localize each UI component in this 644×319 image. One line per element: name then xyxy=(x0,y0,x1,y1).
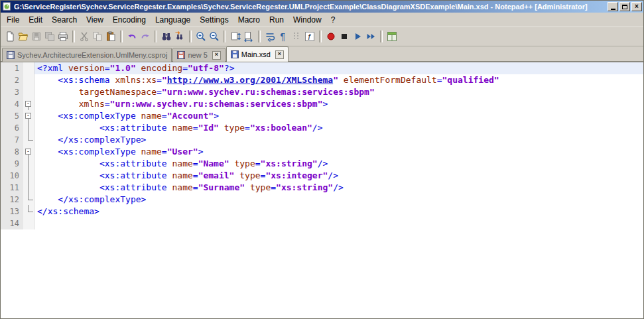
macro-stop-icon[interactable] xyxy=(338,31,350,42)
macro-play-icon[interactable] xyxy=(352,31,363,42)
menu-item-run[interactable]: Run xyxy=(265,13,289,27)
menu-item-help[interactable]: ? xyxy=(326,13,340,27)
code-line-1: 1<?xml version="1.0" encoding="utf-8"?> xyxy=(1,62,643,74)
show-indent-guide-icon[interactable] xyxy=(290,31,302,42)
menu-item-settings[interactable]: Settings xyxy=(195,13,233,27)
paste-icon[interactable] xyxy=(105,31,117,42)
line-number[interactable]: 8 xyxy=(1,146,23,158)
toolbar-separator xyxy=(258,31,261,42)
line-number[interactable]: 2 xyxy=(1,74,23,86)
code-text[interactable]: </xs:complexType> xyxy=(34,194,643,206)
copy-icon[interactable] xyxy=(92,31,103,42)
code-text[interactable]: targetNamespace="urn:www.sychev.ru:schem… xyxy=(34,86,643,98)
menu-item-language[interactable]: Language xyxy=(151,13,195,27)
tab-close-icon[interactable]: × xyxy=(212,51,221,60)
line-number[interactable]: 13 xyxy=(1,206,23,218)
replace-icon[interactable] xyxy=(174,31,186,42)
sync-vertical-icon[interactable] xyxy=(229,31,241,42)
line-number[interactable]: 9 xyxy=(1,158,23,170)
code-text[interactable]: <xs:complexType name="User"> xyxy=(34,146,643,158)
find-icon[interactable] xyxy=(161,31,172,42)
zoom-in-icon[interactable] xyxy=(195,31,207,42)
line-number[interactable]: 14 xyxy=(1,218,23,229)
menu-bar: FileEditSearchViewEncodingLanguageSettin… xyxy=(1,13,643,27)
window-title: G:\ServiceRegister\Sychev.ServiceRegeste… xyxy=(14,3,605,11)
code-text[interactable]: xmlns="urn:www.sychev.ru:schemas:service… xyxy=(34,98,643,110)
code-text[interactable]: <xs:attribute name="Surname" type="xs:st… xyxy=(34,182,643,194)
close-button[interactable]: × xyxy=(631,2,642,11)
menu-item-edit[interactable]: Edit xyxy=(24,13,47,27)
save-all-icon[interactable] xyxy=(44,31,56,42)
line-number[interactable]: 7 xyxy=(1,134,23,146)
title-bar[interactable]: G:\ServiceRegister\Sychev.ServiceRegeste… xyxy=(1,1,643,13)
new-file-icon[interactable] xyxy=(4,31,16,42)
code-text[interactable]: </xs:complexType> xyxy=(34,134,643,146)
code-text[interactable]: <xs:complexType name="Account"> xyxy=(34,110,643,122)
code-line-5: 5- <xs:complexType name="Account"> xyxy=(1,110,643,122)
line-number[interactable]: 6 xyxy=(1,122,23,134)
code-text[interactable] xyxy=(34,218,643,229)
cut-icon[interactable] xyxy=(78,31,90,42)
tab-label: new 5 xyxy=(188,51,207,59)
code-line-8: 8- <xs:complexType name="User"> xyxy=(1,146,643,158)
fold-margin xyxy=(23,206,34,218)
open-icon[interactable] xyxy=(17,31,29,42)
fold-toggle[interactable]: - xyxy=(23,98,34,110)
code-line-2: 2 <xs:schema xmlns:xs="http://www.w3.org… xyxy=(1,74,643,86)
minimize-button[interactable] xyxy=(608,2,618,11)
unsaved-file-icon xyxy=(177,51,185,59)
fold-margin xyxy=(23,182,34,194)
saved-file-icon xyxy=(231,50,239,58)
code-text[interactable]: </xs:schema> xyxy=(34,206,643,218)
line-number[interactable]: 12 xyxy=(1,194,23,206)
menu-item-window[interactable]: Window xyxy=(289,13,326,27)
tab-sychev-architectureextension-umlmeny-csproj[interactable]: Sychev.ArchitectureExtension.UmlMeny.csp… xyxy=(2,48,172,62)
fold-margin xyxy=(23,74,34,86)
fold-margin xyxy=(23,158,34,170)
menu-item-file[interactable]: File xyxy=(2,13,24,27)
code-text[interactable]: <?xml version="1.0" encoding="utf-8"?> xyxy=(34,62,643,74)
menu-item-search[interactable]: Search xyxy=(47,13,82,27)
word-wrap-icon[interactable] xyxy=(264,31,276,42)
code-line-13: 13</xs:schema> xyxy=(1,206,643,218)
code-text[interactable]: <xs:attribute name="Id" type="xs:boolean… xyxy=(34,122,643,134)
tab-label: Main.xsd xyxy=(241,50,271,58)
zoom-out-icon[interactable] xyxy=(208,31,220,42)
redo-icon[interactable] xyxy=(139,31,151,42)
tab-main-xsd[interactable]: Main.xsd× xyxy=(226,46,289,62)
fold-margin xyxy=(23,134,34,146)
macro-record-icon[interactable] xyxy=(325,31,337,42)
saved-file-icon xyxy=(7,51,15,59)
save-icon[interactable] xyxy=(31,31,42,42)
code-text[interactable]: <xs:attribute name="Name" type="xs:strin… xyxy=(34,158,643,170)
line-number[interactable]: 5 xyxy=(1,110,23,122)
menu-item-encoding[interactable]: Encoding xyxy=(108,13,151,27)
code-line-14: 14 xyxy=(1,218,643,229)
sync-horizontal-icon[interactable] xyxy=(243,31,255,42)
tab-new-5[interactable]: new 5× xyxy=(172,48,225,62)
fold-toggle[interactable]: - xyxy=(23,110,34,122)
show-all-characters-icon[interactable]: ¶ xyxy=(277,31,289,42)
restore-button[interactable] xyxy=(619,2,630,11)
code-text[interactable]: <xs:attribute name="email" type="xs:inte… xyxy=(34,170,643,182)
menu-item-view[interactable]: View xyxy=(82,13,108,27)
fold-toggle[interactable]: - xyxy=(23,146,34,158)
code-line-11: 11 <xs:attribute name="Surname" type="xs… xyxy=(1,182,643,194)
function-list-icon[interactable]: f xyxy=(304,31,316,42)
code-area[interactable]: 1<?xml version="1.0" encoding="utf-8"?>2… xyxy=(1,62,643,229)
tab-close-icon[interactable]: × xyxy=(275,50,284,59)
editor[interactable]: 1<?xml version="1.0" encoding="utf-8"?>2… xyxy=(1,62,643,318)
code-line-10: 10 <xs:attribute name="email" type="xs:i… xyxy=(1,170,643,182)
doc-switcher-icon[interactable] xyxy=(386,31,398,42)
print-icon[interactable] xyxy=(57,31,69,42)
menu-item-macro[interactable]: Macro xyxy=(233,13,265,27)
line-number[interactable]: 10 xyxy=(1,170,23,182)
code-text[interactable]: <xs:schema xmlns:xs="http://www.w3.org/2… xyxy=(34,74,643,86)
line-number[interactable]: 1 xyxy=(1,62,23,74)
line-number[interactable]: 3 xyxy=(1,86,23,98)
line-number[interactable]: 11 xyxy=(1,182,23,194)
line-number[interactable]: 4 xyxy=(1,98,23,110)
undo-icon[interactable] xyxy=(126,31,138,42)
macro-run-multiple-icon[interactable] xyxy=(365,31,377,42)
notepadpp-app-icon xyxy=(3,2,12,11)
